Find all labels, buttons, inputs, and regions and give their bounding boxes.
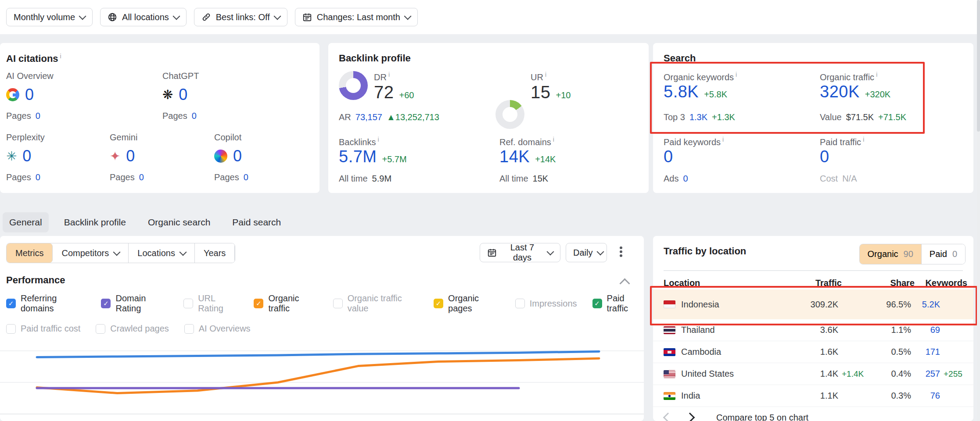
pages-count[interactable]: 0 <box>36 172 40 182</box>
traffic-value: 1.1K <box>801 391 838 401</box>
keywords-link[interactable]: 5.2K <box>911 300 940 310</box>
paid-traffic-value[interactable]: 0 <box>820 147 829 166</box>
kebab-icon <box>620 246 622 249</box>
pages-count[interactable]: 0 <box>192 111 197 121</box>
filter-button[interactable]: Monthly volume <box>6 8 93 26</box>
previous-page-chevron-icon[interactable] <box>663 413 673 421</box>
filter-button[interactable]: All locations <box>100 8 187 26</box>
column-location[interactable]: Location <box>664 278 805 288</box>
backlinks-value[interactable]: 5.7M <box>339 147 377 166</box>
info-icon[interactable]: i <box>863 136 864 143</box>
metric-checkbox-item[interactable]: Paid traffic cost <box>6 324 80 334</box>
checkbox[interactable] <box>6 324 16 334</box>
location-table-row[interactable]: United States 1.4K +1.4K 0.4% 257 +255 <box>653 363 973 385</box>
metric-checkbox-item[interactable]: ✓ Domain Rating <box>101 293 168 314</box>
info-icon[interactable]: i <box>876 71 877 78</box>
info-icon[interactable]: i <box>736 71 737 78</box>
info-icon[interactable]: i <box>60 53 61 60</box>
pages-label: Pages <box>214 172 239 182</box>
chevron-down-icon <box>172 12 180 20</box>
next-page-chevron-icon[interactable] <box>685 413 695 421</box>
checkbox[interactable] <box>96 324 105 334</box>
checkbox[interactable]: ✓ <box>592 299 602 308</box>
top3-label: Top 3 <box>664 112 685 122</box>
paid-keywords-value[interactable]: 0 <box>664 147 673 166</box>
checkbox[interactable]: ✓ <box>254 299 263 308</box>
filter-button[interactable]: Changes: Last month <box>295 8 418 26</box>
checkbox[interactable] <box>515 299 525 308</box>
ref-domains-value[interactable]: 14K <box>499 147 530 166</box>
info-icon[interactable]: i <box>388 71 390 78</box>
ar-value[interactable]: 73,157 <box>355 112 382 122</box>
organic-keywords-value[interactable]: 5.8K <box>664 82 699 101</box>
ur-donut-chart <box>495 100 524 129</box>
section-tab[interactable]: Backlink profile <box>57 212 133 232</box>
checkbox[interactable]: ✓ <box>434 299 443 308</box>
traffic-value: 3.6K <box>801 325 838 335</box>
checkbox[interactable]: ✓ <box>6 299 16 308</box>
segment-button[interactable]: Competitors <box>53 243 129 263</box>
traffic-value: 1.6K <box>801 347 838 357</box>
ai-citations-count[interactable]: 0 <box>179 86 188 104</box>
more-options-kebab[interactable] <box>615 244 627 261</box>
checkbox[interactable] <box>183 299 193 308</box>
top3-value[interactable]: 1.3K <box>689 112 707 122</box>
ai-citations-count[interactable]: 0 <box>25 86 34 104</box>
compare-top5-label[interactable]: Compare top 5 on chart <box>716 413 808 421</box>
scrollbar-thumb[interactable] <box>977 0 980 132</box>
info-icon[interactable]: i <box>722 136 724 143</box>
filter-button[interactable]: Best links: Off <box>194 8 287 26</box>
collapse-chevron-up-icon[interactable] <box>619 278 630 289</box>
metric-checkbox-item[interactable]: ✓ Referring domains <box>6 293 86 314</box>
info-icon[interactable]: i <box>545 71 546 78</box>
column-share[interactable]: Share <box>872 278 915 288</box>
metric-checkbox-item[interactable]: URL Rating <box>183 293 238 314</box>
organic-traffic-value[interactable]: 320K <box>820 82 860 101</box>
ref-domains-delta: +14K <box>535 154 556 164</box>
column-traffic[interactable]: Traffic <box>805 278 842 288</box>
keywords-link[interactable]: 76 <box>911 391 940 401</box>
organic-toggle-button[interactable]: Organic 90 <box>860 244 921 264</box>
ai-citations-count[interactable]: 0 <box>126 147 135 165</box>
ads-value[interactable]: 0 <box>683 174 688 184</box>
performance-panel: Metrics Competitors Locations Years <box>0 236 644 421</box>
section-tab[interactable]: Organic search <box>141 212 217 232</box>
keywords-link[interactable]: 69 <box>911 325 940 335</box>
metric-checkbox-item[interactable]: ✓ Paid traffic <box>592 293 644 314</box>
column-keywords[interactable]: Keywords <box>915 278 967 288</box>
metric-checkbox-item[interactable]: ✓ Organic traffic <box>254 293 317 314</box>
checkbox[interactable] <box>184 324 194 334</box>
segment-button[interactable]: Years <box>195 243 235 263</box>
info-icon[interactable]: i <box>553 136 554 143</box>
location-table-row[interactable]: India 1.1K 0.3% 76 <box>653 385 973 407</box>
scrollbar-track[interactable] <box>977 0 980 421</box>
metric-checkbox-item[interactable]: ✓ Organic pages <box>434 293 500 314</box>
metric-checkbox-item[interactable]: Crawled pages <box>96 324 169 334</box>
metric-checkbox-item[interactable]: Impressions <box>515 293 577 314</box>
location-table-row[interactable]: Thailand 3.6K 1.1% 69 <box>653 319 973 341</box>
checkbox[interactable] <box>333 299 343 308</box>
granularity-button[interactable]: Daily <box>566 243 607 262</box>
info-icon[interactable]: i <box>377 136 379 143</box>
date-range-button[interactable]: Last 7 days <box>480 243 560 262</box>
location-table-row[interactable]: Indonesia 309.2K 96.5% 5.2K <box>653 289 973 319</box>
section-tab[interactable]: General <box>3 212 49 232</box>
filter-toolbar: Monthly volume All locations <box>0 0 977 34</box>
pages-count[interactable]: 0 <box>36 111 40 121</box>
location-table-row[interactable]: Cambodia 1.6K 0.5% 171 <box>653 341 973 363</box>
metric-checkbox-item[interactable]: Organic traffic value <box>333 293 418 314</box>
keywords-link[interactable]: 171 <box>911 347 940 357</box>
keywords-link[interactable]: 257 <box>911 369 940 379</box>
paid-toggle-button[interactable]: Paid 0 <box>921 244 965 264</box>
checkbox[interactable]: ✓ <box>101 299 111 308</box>
segment-label: Years <box>204 248 226 258</box>
ai-citations-count[interactable]: 0 <box>22 147 32 165</box>
segment-button[interactable]: Locations <box>129 243 195 263</box>
metric-checkbox-item[interactable]: AI Overviews <box>184 324 251 334</box>
traffic-value-label: Value <box>820 112 842 122</box>
segment-button[interactable]: Metrics <box>7 243 53 263</box>
section-tab[interactable]: Paid search <box>226 212 287 232</box>
pages-count[interactable]: 0 <box>244 172 248 182</box>
pages-count[interactable]: 0 <box>139 172 144 182</box>
ai-citations-count[interactable]: 0 <box>233 147 242 165</box>
